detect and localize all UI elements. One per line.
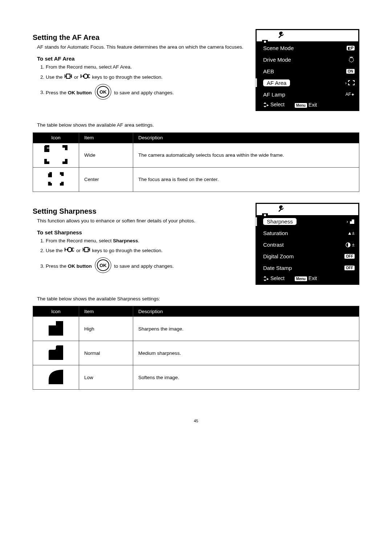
lcd-sharpness: Sharpness › <box>257 216 358 227</box>
sh-intro: This function allows you to enhance or s… <box>37 218 247 224</box>
wrench-tab-icon <box>277 32 285 40</box>
sh-steps: From the Record menu, select Sharpness. … <box>39 237 247 276</box>
af-table-caption: The table below shows the available AF a… <box>37 122 359 128</box>
macro-key-icon <box>81 73 90 82</box>
af-steps: From the Record menu, select AF Area. Us… <box>39 63 247 102</box>
sharpness-normal-icon <box>33 341 79 365</box>
sh-step-2: Use the or keys to go through the select… <box>46 247 247 255</box>
af-center-icon <box>33 167 79 192</box>
af-area-section: Setting the AF Area AF stands for Automa… <box>33 29 359 111</box>
af-sub: To set AF Area <box>37 56 247 62</box>
page-number: 45 <box>33 419 359 423</box>
sh-table-caption: The table below shows the available Shar… <box>37 296 359 302</box>
table-row: Center The focus area is fixed on the ce… <box>33 167 359 192</box>
af-wide-icon <box>33 143 79 167</box>
table-row: Low Softens the image. <box>33 365 359 390</box>
lcd-af-area: AF Area › <box>257 77 358 89</box>
table-row: High Sharpens the image. <box>33 317 359 341</box>
sh-heading: Setting Sharpness <box>33 207 247 216</box>
macro-key-icon <box>65 247 74 255</box>
af-lcd-screenshot: Scene Mode ◧P Drive Mode AEB ON AF Area … <box>256 29 359 111</box>
display-key-icon <box>83 247 90 255</box>
lcd-footer: ▸ Select Menu Exit <box>257 274 358 284</box>
ok-button-icon <box>95 84 111 102</box>
af-step-2: Use the or keys to go through the select… <box>46 73 247 82</box>
table-row: Normal Medium sharpness. <box>33 341 359 365</box>
af-step-3: Press the OK button to save and apply ch… <box>46 84 247 102</box>
lcd-af-lamp: AF Lamp AF✦ <box>257 89 358 100</box>
lcd-scene-mode: Scene Mode ◧P <box>257 42 358 54</box>
wrench-tab-icon <box>277 205 285 214</box>
chevron-right-icon: › <box>347 219 348 224</box>
lcd-aeb: AEB ON <box>257 65 358 77</box>
camera-tab-icon <box>261 32 269 40</box>
lcd-drive-mode: Drive Mode <box>257 54 358 65</box>
p-mode-icon: ◧P <box>347 46 355 50</box>
flash-icon: ✦ <box>351 92 355 97</box>
sh-step-3: Press the OK button to save and apply ch… <box>46 257 247 276</box>
table-row: Wide The camera automatically selects fo… <box>33 143 359 167</box>
display-key-icon <box>65 73 72 82</box>
sh-lcd-screenshot: Sharpness › Saturation ▲± Contrast ± Dig… <box>256 203 359 285</box>
af-intro: AF stands for Automatic Focus. This feat… <box>37 44 247 50</box>
sharpness-low-icon <box>33 365 79 390</box>
sh-settings-table: Icon Item Description High Sharpens the … <box>33 306 359 390</box>
lcd-saturation: Saturation ▲± <box>257 227 358 239</box>
lcd-contrast: Contrast ± <box>257 239 358 251</box>
sharpness-high-icon <box>33 317 79 341</box>
sh-sub: To set Sharpness <box>37 229 247 235</box>
camera-tab-icon <box>261 205 269 213</box>
sh-step-1: From the Record menu, select Sharpness. <box>46 237 247 245</box>
ok-button-icon <box>95 257 111 276</box>
lcd-date-stamp: Date Stamp OFF <box>257 262 358 274</box>
af-step-1: From the Record menu, select AF Area. <box>46 63 247 71</box>
lcd-digital-zoom: Digital Zoom OFF <box>257 251 358 262</box>
af-settings-table: Icon Item Description Wide The camera au… <box>33 132 359 192</box>
timer-icon <box>333 56 355 63</box>
sharpness-section: Setting Sharpness This function allows y… <box>33 203 359 285</box>
af-heading: Setting the AF Area <box>33 33 247 42</box>
chevron-right-icon: › <box>345 80 347 86</box>
lcd-footer: ▸ Select Menu Exit <box>257 100 358 110</box>
